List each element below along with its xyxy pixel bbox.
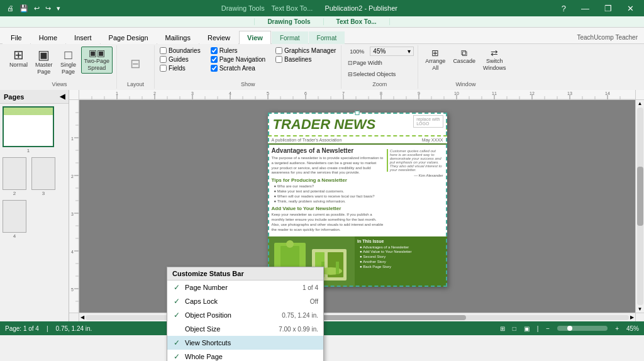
pages-panel-title: Pages — [4, 93, 24, 101]
tab-mailings[interactable]: Mailings — [157, 31, 199, 44]
page-thumb-1[interactable] — [3, 106, 54, 147]
two-page-spread-button[interactable]: ▣▣ Two-PageSpread — [81, 47, 113, 74]
fields-checkbox[interactable] — [160, 65, 167, 72]
title-bar-left: 🖨 💾 ↩ ↪ ▾ — [5, 4, 62, 13]
tab-page-design[interactable]: Page Design — [101, 31, 157, 44]
show-col3: Graphics Manager Baselines — [274, 47, 337, 72]
save-button[interactable]: 💾 — [18, 4, 30, 13]
ctx-view-shortcuts[interactable]: ✓ View Shortcuts — [167, 336, 323, 350]
tab-drawing-format[interactable]: Format — [272, 31, 308, 44]
master-page-icon: ▣ — [38, 48, 50, 61]
document-page[interactable]: replace withLOGO TRADER NEWS A publicati… — [268, 113, 447, 287]
vertical-scrollbar[interactable]: ▲ ▼ — [635, 100, 644, 313]
normal-view-button[interactable]: ⊞ Normal — [6, 47, 31, 70]
boundaries-checkbox[interactable] — [160, 47, 167, 54]
ctx-whole-page[interactable]: ✓ Whole Page — [167, 350, 323, 361]
svg-text:5: 5 — [267, 91, 269, 96]
guides-checkbox[interactable] — [160, 56, 167, 63]
view-single-btn[interactable]: □ — [513, 325, 516, 332]
zoom-100-button[interactable]: 100% — [345, 47, 369, 56]
tab-textbox-format[interactable]: Format — [309, 31, 345, 44]
tab-view[interactable]: View — [239, 31, 271, 44]
ctx-page-number-value: 1 of 4 — [303, 284, 318, 291]
ctx-caps-lock-value: Off — [310, 298, 318, 305]
fields-check[interactable]: Fields — [158, 64, 202, 72]
arrange-all-button[interactable]: ⊞ ArrangeAll — [422, 47, 448, 74]
redo-button[interactable]: ↪ — [43, 4, 53, 13]
undo-button[interactable]: ↩ — [32, 4, 42, 13]
textbox-tab-group: Text Box To... — [324, 18, 390, 25]
scroll-right-button[interactable]: ▶ — [630, 314, 634, 320]
rulers-check[interactable]: Rulers — [209, 47, 267, 55]
page-nav-check[interactable]: Page Navigation — [209, 55, 267, 64]
tab-file[interactable]: File — [3, 31, 30, 44]
pages-panel-collapse[interactable]: ◀ — [60, 92, 65, 101]
master-page-button[interactable]: ▣ MasterPage — [32, 47, 56, 77]
tab-home[interactable]: Home — [31, 31, 65, 44]
v-scroll-thumb[interactable] — [637, 167, 643, 226]
svg-text:11: 11 — [492, 91, 497, 96]
view-normal-btn[interactable]: ⊞ — [500, 325, 505, 332]
cascade-button[interactable]: ⧉ Cascade — [450, 47, 479, 67]
arrange-all-icon: ⊞ — [431, 48, 439, 57]
view-two-page-btn[interactable]: ▣ — [524, 325, 530, 332]
scratch-check[interactable]: Scratch Area — [209, 64, 267, 72]
whole-page-button[interactable]: ⊡ Page Width — [345, 58, 385, 67]
single-page-button[interactable]: □ SinglePage — [57, 47, 80, 77]
zoom-row2: ⊡ Page Width — [345, 58, 385, 67]
zoom-slider[interactable] — [557, 326, 608, 331]
graphics-manager-checkbox[interactable] — [275, 47, 282, 54]
close-button[interactable]: ✕ — [622, 3, 639, 14]
guides-check[interactable]: Guides — [158, 55, 202, 64]
svg-text:1: 1 — [116, 91, 118, 96]
scroll-up-button[interactable]: ▲ — [638, 101, 643, 106]
show-items: Boundaries Guides Fields Rulers Page Nav… — [158, 47, 337, 80]
scroll-left-button[interactable]: ◀ — [80, 314, 84, 320]
rulers-checkbox[interactable] — [211, 47, 218, 54]
tab-insert[interactable]: Insert — [66, 31, 100, 44]
page-thumb-4[interactable] — [3, 200, 26, 233]
doc-main-heading: Advantages of a Newsletter — [272, 147, 384, 154]
bottom-item-2: ● Add Value to Your Newsletter — [357, 250, 445, 255]
graphics-manager-check[interactable]: Graphics Manager — [274, 47, 337, 55]
zoom-out-button[interactable]: − — [546, 325, 550, 332]
baselines-checkbox[interactable] — [275, 56, 282, 63]
zoom-row1: 100% 45% ▾ — [345, 47, 414, 56]
tab-review[interactable]: Review — [199, 31, 238, 44]
restore-button[interactable]: ❐ — [599, 3, 617, 14]
page-thumb-2[interactable] — [3, 157, 26, 190]
help-button[interactable]: ? — [557, 3, 571, 14]
show-col1: Boundaries Guides Fields — [158, 47, 202, 72]
svg-text:13: 13 — [567, 91, 572, 96]
zoom-in-button[interactable]: + — [615, 325, 619, 332]
scroll-corner-bottom — [635, 313, 644, 321]
page-thumb-3[interactable] — [31, 157, 55, 190]
page-nav-checkbox[interactable] — [211, 56, 218, 63]
selected-objects-label: Selected Objects — [353, 71, 396, 77]
ruler-vertical: 1 2 3 4 5 — [69, 100, 79, 313]
user-account[interactable]: TeachUcomp Teacher — [573, 31, 641, 43]
scrollbar-corner-top — [635, 90, 644, 100]
minimize-button[interactable]: — — [576, 3, 594, 14]
zoom-selector[interactable]: 45% ▾ — [370, 47, 414, 56]
ctx-object-position-left: ✓ Object Position — [172, 311, 231, 319]
horizontal-scrollbar[interactable]: ◀ ▶ — [79, 313, 635, 321]
zoom-slider-thumb[interactable] — [567, 326, 572, 331]
ctx-caps-lock[interactable]: ✓ Caps Lock Off — [167, 294, 323, 308]
boundaries-check[interactable]: Boundaries — [158, 47, 202, 55]
drawing-tools-context: Drawing Tools — [221, 4, 265, 12]
ctx-object-position[interactable]: ✓ Object Position 0.75, 1.24 in. — [167, 308, 323, 322]
scroll-down-button[interactable]: ▼ — [638, 306, 643, 312]
ctx-object-size[interactable]: ✓ Object Size 7.00 x 0.99 in. — [167, 322, 323, 336]
zoom-dropdown-icon[interactable]: ▾ — [408, 48, 411, 55]
switch-windows-button[interactable]: ⇄ SwitchWindows — [480, 47, 509, 74]
ctx-page-number[interactable]: ✓ Page Number 1 of 4 — [167, 280, 323, 294]
selected-objects-button[interactable]: ⊟ Selected Objects — [345, 70, 398, 79]
customize-qa[interactable]: ▾ — [55, 4, 62, 13]
scratch-checkbox[interactable] — [211, 65, 218, 72]
baselines-check[interactable]: Baselines — [274, 55, 337, 64]
page-thumb-row-23: 2 3 — [3, 157, 66, 196]
single-page-icon: □ — [64, 48, 72, 61]
doc-sub-heading2: Add Value to Your Newsletter — [272, 206, 384, 211]
v-scroll-track[interactable] — [637, 108, 643, 305]
